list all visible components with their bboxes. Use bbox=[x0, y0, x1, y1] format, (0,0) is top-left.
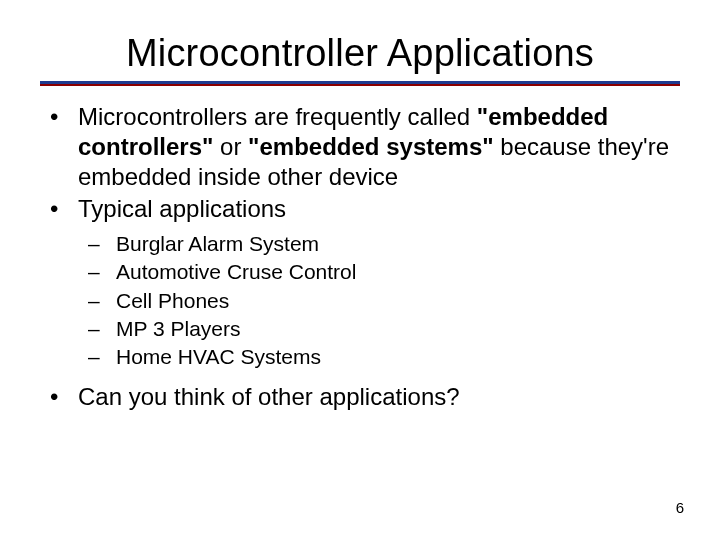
sub-text: Cell Phones bbox=[116, 287, 229, 315]
bullet-glyph: • bbox=[46, 194, 78, 224]
sub-item: – Burglar Alarm System bbox=[88, 230, 680, 258]
sub-item: – Automotive Cruse Control bbox=[88, 258, 680, 286]
slide: Microcontroller Applications • Microcont… bbox=[0, 0, 720, 540]
sub-text: MP 3 Players bbox=[116, 315, 241, 343]
dash-glyph: – bbox=[88, 343, 116, 371]
bullet-item-2: • Typical applications bbox=[46, 194, 680, 224]
sub-text: Burglar Alarm System bbox=[116, 230, 319, 258]
dash-glyph: – bbox=[88, 230, 116, 258]
bullet-item-1: • Microcontrollers are frequently called… bbox=[46, 102, 680, 192]
dash-glyph: – bbox=[88, 258, 116, 286]
sub-item: – MP 3 Players bbox=[88, 315, 680, 343]
sub-text: Automotive Cruse Control bbox=[116, 258, 356, 286]
sub-text: Home HVAC Systems bbox=[116, 343, 321, 371]
bullet-text: Can you think of other applications? bbox=[78, 382, 680, 412]
bullet-glyph: • bbox=[46, 382, 78, 412]
bullet-text: Typical applications bbox=[78, 194, 680, 224]
sub-item: – Home HVAC Systems bbox=[88, 343, 680, 371]
sub-item: – Cell Phones bbox=[88, 287, 680, 315]
page-number: 6 bbox=[676, 499, 684, 516]
bullet-item-3: • Can you think of other applications? bbox=[46, 382, 680, 412]
sub-list: – Burglar Alarm System – Automotive Crus… bbox=[46, 230, 680, 372]
slide-title: Microcontroller Applications bbox=[40, 32, 680, 75]
bullet-glyph: • bbox=[46, 102, 78, 132]
title-underline bbox=[40, 81, 680, 86]
slide-body: • Microcontrollers are frequently called… bbox=[40, 102, 680, 412]
dash-glyph: – bbox=[88, 315, 116, 343]
bullet-text: Microcontrollers are frequently called "… bbox=[78, 102, 680, 192]
dash-glyph: – bbox=[88, 287, 116, 315]
